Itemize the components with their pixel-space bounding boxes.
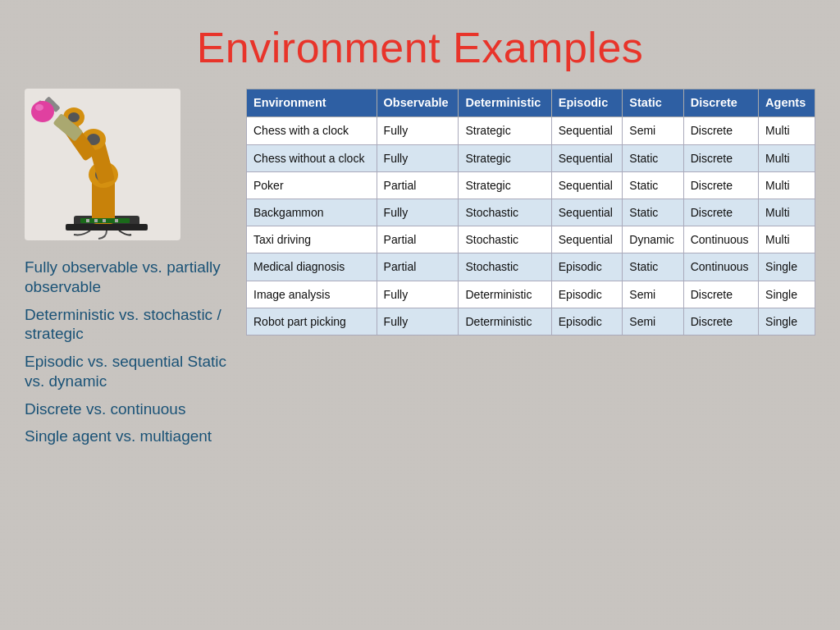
table-cell: Fully <box>377 144 459 171</box>
table-cell: Stochastic <box>459 226 551 253</box>
svg-rect-18 <box>86 219 89 222</box>
svg-rect-20 <box>103 219 106 222</box>
table-cell: Chess without a clock <box>247 144 377 171</box>
col-static: Static <box>623 89 683 117</box>
col-environment: Environment <box>247 89 377 117</box>
svg-rect-19 <box>94 219 98 222</box>
bullet-1: Fully observable vs. partially observabl… <box>25 258 238 297</box>
table-cell: Sequential <box>551 199 623 226</box>
col-deterministic: Determi­nistic <box>459 89 551 117</box>
table-cell: Discrete <box>683 199 758 226</box>
table-cell: Semi <box>623 117 683 144</box>
bullet-2: Deterministic vs. stochastic / strategic <box>25 305 238 345</box>
table-cell: Partial <box>377 253 459 281</box>
table-cell: Image analysis <box>247 281 377 308</box>
svg-point-15 <box>31 101 54 122</box>
table-cell: Multi <box>759 117 815 144</box>
table-cell: Discrete <box>683 281 758 308</box>
table-row: Medical diagnosisPartialStochasticEpisod… <box>247 253 815 281</box>
svg-rect-21 <box>115 219 118 222</box>
table-row: PokerPartialStrategicSequentialStaticDis… <box>247 171 815 199</box>
table-cell: Discrete <box>683 308 758 335</box>
bullet-5: Single agent vs. multiagent <box>25 427 238 446</box>
col-episodic: Episodic <box>551 89 623 117</box>
table-cell: Static <box>623 144 683 171</box>
table-cell: Deterministic <box>459 281 551 308</box>
table-cell: Strategic <box>459 117 551 144</box>
table-cell: Taxi driving <box>247 226 377 253</box>
table-cell: Sequential <box>551 171 623 199</box>
table-cell: Robot part picking <box>247 308 377 335</box>
environment-table-area: Environment Obser­vable Determi­nistic E… <box>238 89 815 446</box>
col-observable: Obser­vable <box>377 89 459 117</box>
table-cell: Stochastic <box>459 199 551 226</box>
table-cell: Partial <box>377 171 459 199</box>
col-agents: Agents <box>759 89 815 117</box>
table-row: Chess without a clockFullyStrategicSeque… <box>247 144 815 171</box>
table-cell: Sequential <box>551 144 623 171</box>
table-row: Chess with a clockFullyStrategicSequenti… <box>247 117 815 144</box>
table-cell: Discrete <box>683 117 758 144</box>
table-cell: Strategic <box>459 144 551 171</box>
table-cell: Continuous <box>683 226 758 253</box>
table-cell: Medical diagnosis <box>247 253 377 281</box>
table-cell: Discrete <box>683 144 758 171</box>
table-cell: Semi <box>623 308 683 335</box>
page-title: Environment Examples <box>0 0 840 89</box>
table-row: Image analysisFullyDeterministicEpisodic… <box>247 281 815 308</box>
table-cell: Backgammon <box>247 199 377 226</box>
table-cell: Fully <box>377 308 459 335</box>
table-cell: Fully <box>377 117 459 144</box>
table-cell: Multi <box>759 199 815 226</box>
bullet-4: Discrete vs. continuous <box>25 399 238 419</box>
table-cell: Static <box>623 199 683 226</box>
environment-table: Environment Obser­vable Determi­nistic E… <box>246 89 815 336</box>
table-cell: Fully <box>377 199 459 226</box>
table-cell: Continuous <box>683 253 758 281</box>
table-cell: Chess with a clock <box>247 117 377 144</box>
svg-rect-2 <box>66 224 148 231</box>
robot-image <box>25 89 180 240</box>
table-row: Taxi drivingPartialStochasticSequentialD… <box>247 226 815 253</box>
table-cell: Stochastic <box>459 253 551 281</box>
table-cell: Sequential <box>551 117 623 144</box>
table-cell: Semi <box>623 281 683 308</box>
table-cell: Episodic <box>551 253 623 281</box>
table-cell: Static <box>623 253 683 281</box>
bullet-3: Episodic vs. sequential Static vs. dynam… <box>25 352 238 391</box>
table-cell: Discrete <box>683 171 758 199</box>
table-cell: Multi <box>759 226 815 253</box>
table-cell: Single <box>759 308 815 335</box>
svg-point-16 <box>35 104 43 111</box>
table-cell: Sequential <box>551 226 623 253</box>
table-row: BackgammonFullyStochasticSequentialStati… <box>247 199 815 226</box>
table-cell: Poker <box>247 171 377 199</box>
table-cell: Deterministic <box>459 308 551 335</box>
table-cell: Multi <box>759 144 815 171</box>
table-cell: Strategic <box>459 171 551 199</box>
table-cell: Single <box>759 281 815 308</box>
table-cell: Episodic <box>551 281 623 308</box>
table-cell: Partial <box>377 226 459 253</box>
table-cell: Episodic <box>551 308 623 335</box>
table-cell: Dynamic <box>623 226 683 253</box>
left-bullets: Fully observable vs. partially observabl… <box>25 253 238 446</box>
table-cell: Static <box>623 171 683 199</box>
col-discrete: Discrete <box>683 89 758 117</box>
table-row: Robot part pickingFullyDeterministicEpis… <box>247 308 815 335</box>
table-cell: Multi <box>759 171 815 199</box>
table-cell: Single <box>759 253 815 281</box>
table-cell: Fully <box>377 281 459 308</box>
